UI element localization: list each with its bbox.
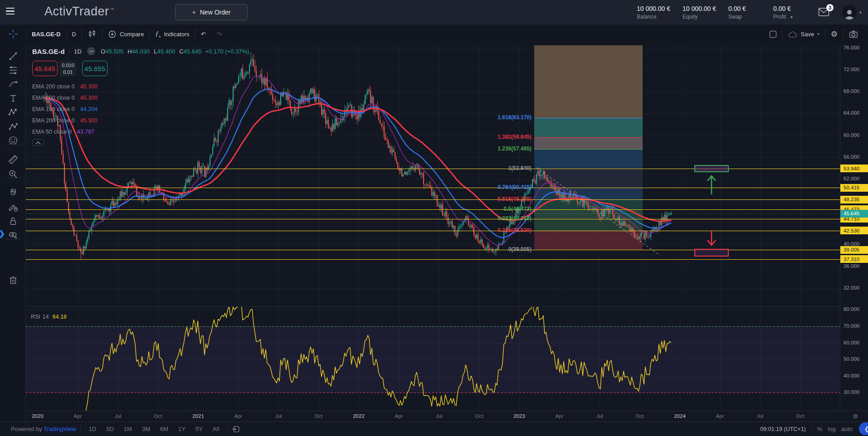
month-label: Apr: [389, 413, 409, 419]
account-stat-balance: 10 000.00 €Balance: [637, 5, 670, 20]
emoji-icon[interactable]: [0, 134, 26, 147]
collapse-panel-right-icon[interactable]: ❮: [859, 422, 868, 435]
menu-icon[interactable]: [6, 8, 16, 17]
buy-button[interactable]: 45.655: [82, 61, 107, 76]
indicators-button[interactable]: ƒx Indicators: [150, 24, 195, 44]
price-tick: 64.000: [844, 110, 859, 116]
month-label: Apr: [229, 413, 249, 419]
collapse-indicators-icon[interactable]: [32, 139, 44, 146]
xabcd-pattern-icon[interactable]: [0, 106, 26, 119]
trend-line-icon[interactable]: [0, 50, 26, 63]
price-alert-label: 48.235: [840, 196, 868, 203]
long-target-box[interactable]: [694, 165, 729, 172]
fib-level-label: 0.764(50.415): [497, 184, 532, 190]
price-alert-label: 53.940: [840, 165, 868, 172]
price-tick: 68.000: [844, 88, 859, 94]
price-tick: 76.000: [844, 45, 859, 50]
ruler-icon[interactable]: [0, 153, 26, 166]
hide-symbol-icon[interactable]: –: [87, 47, 95, 55]
plus-icon: +: [192, 9, 196, 16]
month-label: Apr: [68, 413, 88, 419]
divider: [5, 144, 20, 145]
screenshot-camera-icon[interactable]: [844, 24, 863, 44]
chart-toolbar: BAS.GE-D D Compare ƒx Indicators ↶ ↷: [0, 24, 868, 44]
chart-interval-label: 1D: [74, 48, 82, 55]
cloud-icon: [788, 30, 798, 38]
range-button-all[interactable]: All: [209, 424, 223, 434]
ema-legend-row[interactable]: EMA 50 close 043.787: [32, 126, 249, 137]
range-button-5y[interactable]: 5Y: [191, 424, 207, 434]
up-arrow[interactable]: [707, 174, 717, 195]
text-icon[interactable]: [0, 92, 26, 105]
new-order-button[interactable]: +New Order: [175, 4, 248, 20]
redo-icon[interactable]: ↷: [211, 24, 227, 44]
ema-legend-row[interactable]: EMA 200 close 045.300: [32, 115, 249, 126]
expand-panel-left-icon[interactable]: ❯: [0, 229, 5, 238]
short-target-box[interactable]: [694, 249, 729, 257]
avatar[interactable]: ▾: [842, 5, 862, 19]
time-axis[interactable]: ⚙ 2020AprJulOct2021AprJulOct2022AprJulOc…: [26, 411, 868, 421]
fib-level-label: 0.382(44.710): [497, 215, 532, 222]
range-button-3m[interactable]: 3M: [138, 424, 154, 434]
rsi-tick: 30.000: [844, 389, 859, 395]
ema-legend-row[interactable]: EMA 200 close 045.300: [32, 92, 249, 103]
log-scale-button[interactable]: log: [828, 426, 835, 432]
chart-type-icon[interactable]: [82, 24, 102, 44]
month-label: Oct: [630, 413, 650, 419]
interval-button[interactable]: D: [67, 24, 82, 44]
range-button-1m[interactable]: 1M: [120, 424, 136, 434]
fib-level-label: 1.618(63.170): [497, 114, 532, 121]
axis-settings-gear-icon[interactable]: ⚙: [853, 413, 858, 420]
symbol-button[interactable]: BAS.GE-D: [26, 24, 66, 44]
price-tick: 60.000: [844, 132, 859, 138]
rsi-legend[interactable]: RSI1464.18: [31, 314, 67, 320]
auto-scale-button[interactable]: auto: [841, 426, 853, 432]
spread-display: 0.0100.01: [59, 61, 77, 76]
sell-button[interactable]: 45.645: [32, 61, 58, 76]
clock-label[interactable]: 09:01:19 (UTC+1): [760, 426, 805, 432]
month-label: Oct: [790, 413, 810, 419]
ema-legend-row[interactable]: EMA 200 close 045.300: [32, 81, 249, 92]
range-button-5d[interactable]: 5D: [102, 424, 118, 434]
forecast-icon[interactable]: [0, 120, 26, 133]
rsi-tick: 50.000: [844, 356, 859, 362]
chart-symbol-title[interactable]: BAS.GE-d: [32, 48, 65, 55]
month-label: Jul: [750, 413, 770, 419]
cloud-save-button[interactable]: Save▾: [782, 24, 825, 44]
fib-retracement-icon[interactable]: [0, 64, 26, 77]
magnet-icon[interactable]: [0, 187, 26, 199]
down-arrow[interactable]: [707, 229, 717, 247]
percent-scale-button[interactable]: %: [817, 426, 823, 432]
range-button-6m[interactable]: 6M: [156, 424, 172, 434]
powered-by-label: Powered by TradingView: [11, 426, 76, 432]
zoom-in-icon[interactable]: [0, 168, 26, 180]
year-label: 2022: [349, 413, 369, 419]
lock-all-icon[interactable]: [0, 215, 26, 228]
mail-icon[interactable]: 3: [818, 7, 830, 17]
rsi-value: 64.18: [53, 314, 67, 320]
month-label: Jul: [108, 413, 128, 419]
go-to-date-icon[interactable]: [232, 425, 240, 433]
chevron-down-icon[interactable]: ▾: [790, 15, 793, 19]
layout-icon[interactable]: [764, 24, 782, 44]
account-stat-profit: 0.00 €Profit▾: [773, 5, 806, 20]
undo-icon[interactable]: ↶: [195, 24, 211, 44]
account-stat-equity: 10 000.00 €Equity: [683, 5, 716, 20]
range-button-1y[interactable]: 1Y: [174, 424, 190, 434]
tradingview-link[interactable]: TradingView: [44, 426, 76, 432]
crosshair-tool-icon[interactable]: [0, 24, 26, 44]
month-label: Oct: [309, 413, 329, 419]
brush-icon[interactable]: [0, 78, 26, 91]
range-button-1d[interactable]: 1D: [85, 424, 101, 434]
drawing-lock-icon[interactable]: [0, 201, 26, 213]
ema-legend-row[interactable]: EMA 100 close 044.204: [32, 103, 249, 115]
month-label: Oct: [469, 413, 489, 419]
settings-gear-icon[interactable]: ⚙: [825, 24, 843, 44]
compare-button[interactable]: Compare: [102, 24, 149, 44]
fx-icon: ƒx: [155, 30, 161, 39]
title-separator: ·: [68, 48, 70, 55]
price-axis[interactable]: 76.00072.00068.00064.00060.00056.00052.0…: [840, 44, 868, 411]
delete-icon[interactable]: [0, 274, 26, 286]
fib-level-label: 0.5(46.473): [504, 206, 532, 212]
fib-level-label: 0(39.005): [508, 246, 532, 252]
